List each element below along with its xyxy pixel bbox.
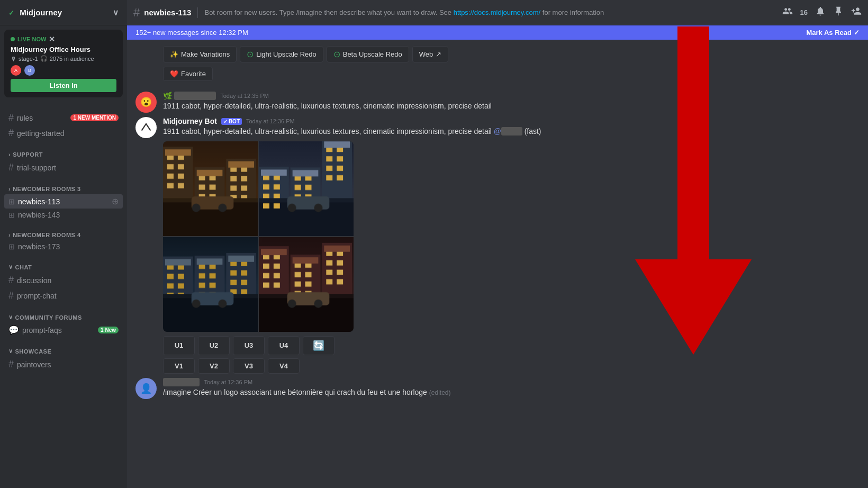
- avatar-user2: 👤: [135, 378, 157, 399]
- new-messages-text: 152+ new messages since 12:32 PM: [135, 29, 248, 37]
- message-group-2: Midjourney Bot ✓ BOT Today at 12:36 PM 1…: [135, 115, 860, 376]
- avatar-small-2: B: [24, 65, 35, 76]
- message-content-1: 🌿 ████████ Today at 12:35 PM 1911 cabot,…: [163, 92, 860, 113]
- sidebar-item-getting-started[interactable]: # getting-started: [4, 125, 123, 141]
- server-name: Midjourney: [20, 8, 62, 17]
- docs-link[interactable]: https://docs.midjourney.com/: [454, 8, 541, 16]
- server-header[interactable]: ✓ Midjourney ∨: [0, 0, 127, 25]
- sidebar-item-prompt-chat[interactable]: # prompt-chat: [4, 288, 123, 303]
- topbar-hash-icon: #: [133, 6, 140, 20]
- check-icon: ✓: [854, 29, 860, 37]
- channel-name: rules: [17, 114, 33, 122]
- u3-button[interactable]: U3: [233, 336, 265, 355]
- grid-cell-4: [259, 237, 354, 332]
- message-header-2: Midjourney Bot ✓ BOT Today at 12:36 PM: [163, 117, 860, 125]
- favorite-button[interactable]: ❤️ Favorite: [163, 67, 213, 81]
- v1-button[interactable]: V1: [163, 358, 195, 374]
- add-member-icon[interactable]: ⊕: [112, 196, 119, 206]
- u1-button[interactable]: U1: [163, 336, 195, 355]
- grid-cell-2: [259, 141, 354, 236]
- avatar-small: A: [11, 65, 21, 76]
- mention-badge: 1 NEW MENTION: [70, 114, 119, 121]
- topbar-description: Bot room for new users. Type /imagine th…: [204, 8, 777, 16]
- action-buttons-row: ✨ Make Variations ⊙ Light Upscale Redo ⊙…: [135, 46, 860, 62]
- topbar-divider: [197, 7, 198, 18]
- check-mark: ✓: [223, 119, 228, 124]
- bot-badge: ✓ BOT: [221, 118, 242, 125]
- channel-name: prompt-faqs: [22, 326, 62, 335]
- message-author-bot: Midjourney Bot: [163, 117, 217, 125]
- beta-upscale-redo-button[interactable]: ⊙ Beta Upscale Redo: [327, 46, 409, 62]
- listen-in-button[interactable]: Listen In: [11, 79, 116, 92]
- avatar: 😮: [135, 92, 157, 113]
- edited-label: (edited): [429, 389, 451, 396]
- channel-name: newbies-143: [18, 211, 60, 219]
- main-content: # newbies-113 Bot room for new users. Ty…: [127, 0, 868, 488]
- v4-button[interactable]: V4: [268, 358, 300, 374]
- message-time-2: Today at 12:36 PM: [246, 118, 295, 124]
- sidebar-item-trial-support[interactable]: # trial-support: [4, 160, 123, 175]
- sidebar-section-newcomer4: › NEWCOMER ROOMS 4 ⊞ newbies-173: [0, 223, 127, 255]
- sidebar-section-support: › SUPPORT # trial-support: [0, 143, 127, 177]
- hash-icon: #: [8, 359, 14, 370]
- light-upscale-redo-button[interactable]: ⊙ Light Upscale Redo: [240, 46, 323, 62]
- section-label-newcomer4: › NEWCOMER ROOMS 4: [4, 232, 123, 238]
- office-hours-title: Midjourney Office Hours: [11, 46, 116, 53]
- heart-icon: ❤️: [170, 70, 178, 78]
- u4-button[interactable]: U4: [268, 336, 300, 355]
- section-label-chat: ∨ CHAT: [4, 264, 123, 270]
- circle-icon: ⊙: [247, 49, 254, 59]
- grid-hash-icon: ⊞: [8, 242, 15, 251]
- sidebar-item-prompt-faqs[interactable]: 💬 prompt-faqs 1 New: [4, 323, 123, 337]
- upscale-buttons: U1 U2 U3 U4 🔄 V1 V2 V3 V4: [163, 336, 860, 374]
- message-time-3: Today at 12:36 PM: [204, 379, 252, 385]
- sidebar-item-discussion[interactable]: # discussion: [4, 273, 123, 288]
- channel-name: paintovers: [17, 360, 51, 369]
- channel-name: trial-support: [17, 164, 56, 172]
- make-variations-button[interactable]: ✨ Make Variations: [163, 46, 237, 62]
- sidebar-item-rules[interactable]: # rules 1 NEW MENTION: [4, 110, 123, 125]
- sidebar-section-showcase: ∨ SHOWCASE # paintovers: [0, 339, 127, 374]
- headphone-icon: 🎧: [40, 55, 48, 62]
- live-now-label: LIVE NOW ✕: [11, 35, 116, 43]
- avatar-bot: [135, 117, 157, 138]
- section-label-community: ∨ COMMUNITY FORUMS: [4, 314, 123, 321]
- sidebar-item-newbies-113[interactable]: ⊞ newbies-113 ⊕: [4, 194, 123, 209]
- mention: @████: [494, 127, 522, 135]
- sidebar-item-paintovers[interactable]: # paintovers: [4, 357, 123, 372]
- mark-as-read-button[interactable]: Mark As Read ✓: [807, 29, 860, 37]
- stage-icon: 🎙: [11, 56, 16, 62]
- new-messages-banner: 152+ new messages since 12:32 PM Mark As…: [127, 25, 868, 40]
- close-icon[interactable]: ✕: [49, 35, 55, 43]
- notification-icon[interactable]: [815, 6, 826, 19]
- avatars-row: A B: [11, 65, 116, 76]
- favorite-row: ❤️ Favorite: [135, 67, 860, 81]
- message-content-2: Midjourney Bot ✓ BOT Today at 12:36 PM 1…: [163, 117, 860, 374]
- v3-button[interactable]: V3: [233, 358, 265, 374]
- chevron-down-icon[interactable]: ∨: [113, 8, 119, 17]
- sparkle-icon: ✨: [170, 50, 178, 58]
- avatar-letter: 😮: [140, 96, 152, 108]
- web-button[interactable]: Web ↗: [412, 46, 449, 62]
- live-dot: [11, 37, 15, 41]
- u2-button[interactable]: U2: [198, 336, 230, 355]
- chat-area: ✨ Make Variations ⊙ Light Upscale Redo ⊙…: [127, 40, 868, 488]
- sidebar-item-newbies-143[interactable]: ⊞ newbies-143: [4, 209, 123, 221]
- message-text-1: 1911 cabot, hyper-detailed, ultra-realis…: [163, 101, 860, 112]
- circle-icon-2: ⊙: [333, 49, 340, 59]
- v2-button[interactable]: V2: [198, 358, 230, 374]
- avatar-letter-2: 👤: [140, 383, 152, 394]
- sidebar: ✓ Midjourney ∨ LIVE NOW ✕ Midjourney Off…: [0, 0, 127, 488]
- channel-name: discussion: [17, 276, 51, 285]
- message-header-1: 🌿 ████████ Today at 12:35 PM: [163, 92, 860, 100]
- topbar-icons: 16: [782, 6, 862, 19]
- section-label-newcomer3: › NEWCOMER ROOMS 3: [4, 186, 123, 192]
- pin-icon[interactable]: [833, 6, 844, 19]
- members-icon[interactable]: [782, 6, 793, 19]
- add-member-icon[interactable]: [851, 6, 862, 19]
- image-grid[interactable]: [163, 141, 354, 332]
- refresh-button[interactable]: 🔄: [303, 336, 334, 355]
- topbar-channel-name: newbies-113: [144, 8, 191, 17]
- new-badge: 1 New: [98, 327, 119, 333]
- sidebar-item-newbies-173[interactable]: ⊞ newbies-173: [4, 240, 123, 253]
